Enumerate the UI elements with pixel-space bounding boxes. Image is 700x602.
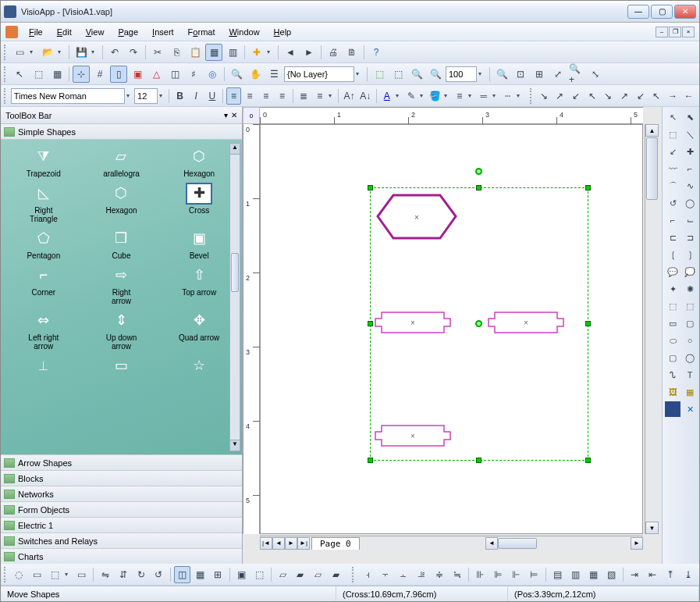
mdi-restore[interactable]: ❐: [669, 27, 681, 37]
sp-2[interactable]: ⇤: [644, 566, 660, 583]
fit-page[interactable]: ⊡: [512, 66, 529, 83]
dist-1[interactable]: ⊪: [472, 566, 489, 583]
highlight[interactable]: ✎: [403, 87, 418, 105]
vertical-scrollbar[interactable]: ▲▼: [645, 124, 659, 534]
pan-tool[interactable]: ✋: [247, 66, 264, 83]
shape-right-triangle[interactable]: ◺Right Triangle: [5, 183, 82, 223]
underline-button[interactable]: U: [205, 87, 220, 105]
print-button[interactable]: 🖨: [325, 44, 342, 61]
sz-1[interactable]: ▤: [549, 566, 566, 583]
bt-3[interactable]: ⬚: [47, 566, 63, 583]
first-page[interactable]: |◄: [260, 537, 272, 550]
shape-up-down-arrow[interactable]: ⇕Up down arrow: [84, 310, 160, 351]
rt-delete[interactable]: ✕: [682, 401, 698, 417]
grid-tool[interactable]: ▦: [48, 66, 66, 83]
rt-curve[interactable]: 〰: [665, 161, 680, 176]
rotate-handle[interactable]: [475, 168, 482, 175]
layer-combo[interactable]: [284, 66, 354, 82]
target-tool[interactable]: ◎: [204, 66, 221, 83]
shape-corner[interactable]: ⌐Corner: [5, 265, 82, 305]
handle-ne[interactable]: [585, 185, 591, 191]
shape-pentagon[interactable]: ⬠Pentagon: [5, 228, 82, 260]
copy-button[interactable]: ⎘: [168, 44, 185, 61]
rt-loop[interactable]: ↺: [665, 195, 680, 211]
fit-width[interactable]: 🔍: [493, 66, 510, 83]
category-electric-1[interactable]: Electric 1: [1, 517, 242, 533]
dash-style[interactable]: ┄: [501, 87, 516, 105]
al-6[interactable]: ≒: [449, 566, 465, 583]
mdi-close[interactable]: ×: [682, 27, 695, 37]
mdi-minimize[interactable]: –: [656, 27, 668, 37]
rt-callout2[interactable]: 💭: [682, 264, 698, 280]
select-mode-button[interactable]: ▦: [205, 44, 222, 61]
open-button[interactable]: 📂: [39, 44, 56, 61]
rt-text[interactable]: T: [682, 367, 698, 383]
page-tab[interactable]: Page 0: [311, 537, 360, 550]
italic-button[interactable]: I: [189, 87, 204, 105]
add-button[interactable]: ✚: [248, 44, 265, 61]
handle-n[interactable]: [476, 185, 481, 191]
al-3[interactable]: ⫠: [395, 566, 411, 583]
conn-1[interactable]: ↘: [536, 87, 551, 105]
line-style[interactable]: ≡: [453, 87, 467, 105]
shape-right-arrow[interactable]: ⇨Right arrow: [84, 265, 160, 305]
al-4[interactable]: ⫡: [413, 566, 429, 583]
shape-cross[interactable]: ✚Cross: [161, 183, 237, 223]
category-charts[interactable]: Charts: [1, 548, 242, 564]
palette-head[interactable]: Simple Shapes: [1, 124, 242, 140]
menu-insert[interactable]: Insert: [146, 26, 180, 38]
category-form-objects[interactable]: Form Objects: [1, 501, 242, 517]
font-size[interactable]: [134, 88, 158, 104]
rt-bezier[interactable]: ∿: [682, 178, 698, 194]
shape-cube[interactable]: ❒Cube: [84, 228, 160, 260]
paste-button[interactable]: 📋: [187, 44, 204, 61]
bt-snap2[interactable]: ▦: [192, 566, 208, 583]
shape-bevel[interactable]: ▣Bevel: [161, 228, 237, 260]
sz-3[interactable]: ▦: [585, 566, 602, 583]
dist-2[interactable]: ⊫: [490, 566, 506, 583]
line-spacing[interactable]: ≡: [312, 87, 327, 105]
rt-conn1[interactable]: ⌐: [665, 212, 680, 228]
toolbox-menu-icon[interactable]: ▾: [224, 111, 228, 119]
save-button[interactable]: 💾: [73, 44, 90, 61]
al-5[interactable]: ≑: [431, 566, 447, 583]
fit-sel[interactable]: ⊞: [531, 66, 548, 83]
bt-backward[interactable]: ▰: [328, 566, 344, 583]
sz-2[interactable]: ▥: [567, 566, 584, 583]
align-justify[interactable]: ≡: [275, 87, 290, 105]
rt-lasso[interactable]: ⬚: [665, 126, 680, 142]
drawing-canvas[interactable]: × × × ×: [260, 124, 643, 534]
preview-button[interactable]: 🗎: [343, 44, 361, 61]
rt-pointer[interactable]: ↖: [665, 109, 680, 125]
prev-page[interactable]: ◄: [272, 537, 285, 550]
redo-button[interactable]: ↷: [125, 44, 142, 61]
ungroup-tool[interactable]: △: [147, 66, 165, 83]
rt-bracket2[interactable]: ❳: [682, 247, 698, 262]
maximize-button[interactable]: ▢: [651, 5, 673, 19]
bt-ungroup[interactable]: ⬚: [251, 566, 268, 583]
toolbox-scrollbar[interactable]: ▲ ▼: [229, 143, 240, 451]
conn-7[interactable]: ↙: [633, 87, 648, 105]
shape-quad-arrow[interactable]: ✥Quad arrow: [161, 310, 237, 351]
conn-2[interactable]: ↗: [553, 87, 567, 105]
bt-rotate2[interactable]: ↺: [151, 566, 167, 583]
conn-5[interactable]: ↘: [601, 87, 616, 105]
bt-flip-h[interactable]: ⇋: [97, 566, 113, 583]
category-blocks[interactable]: Blocks: [1, 470, 242, 486]
align-tool[interactable]: ◫: [166, 66, 183, 83]
hscroll-right[interactable]: ►: [631, 537, 643, 550]
shape-arallelogra[interactable]: ▱arallelogra: [84, 146, 160, 178]
bt-back[interactable]: ▰: [293, 566, 309, 583]
pointer-tool[interactable]: ↖: [11, 66, 28, 83]
zoom-tool[interactable]: 🔍: [408, 66, 425, 83]
bt-flip-v[interactable]: ⇵: [115, 566, 131, 583]
handle-s[interactable]: [476, 458, 481, 463]
menu-file[interactable]: File: [23, 26, 49, 38]
handle-se[interactable]: [585, 458, 591, 463]
align-left[interactable]: ≡: [226, 87, 241, 105]
align-right[interactable]: ≡: [258, 87, 273, 105]
rt-line[interactable]: ＼: [682, 126, 698, 142]
gridsnap-tool[interactable]: #: [91, 66, 108, 83]
rt-color[interactable]: [665, 401, 680, 417]
toggle-button-1[interactable]: ▥: [224, 44, 241, 61]
